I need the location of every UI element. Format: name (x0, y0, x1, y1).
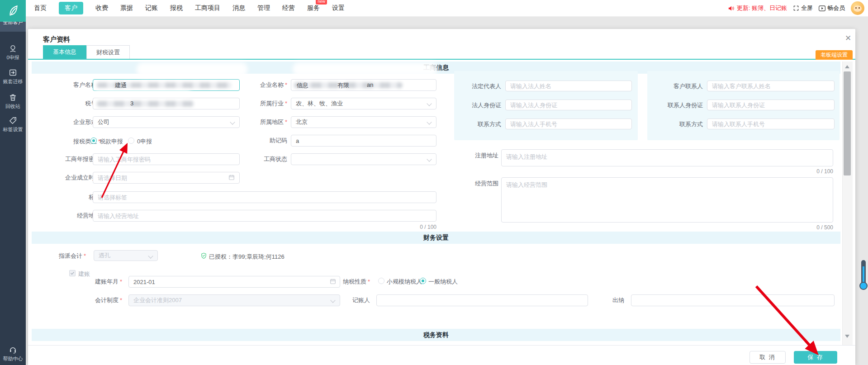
speaker-icon (728, 5, 735, 12)
bookkeeper-input[interactable] (376, 294, 588, 306)
industry-select[interactable]: 农、林、牧、渔业 (291, 98, 436, 109)
customer-name-input[interactable]: 建通 (93, 79, 240, 91)
nav-operation[interactable]: 经营 (282, 4, 295, 12)
field-label: 联系方式 (658, 121, 703, 128)
authorized-text: 已授权：李99;章辰琦;何1126 (209, 253, 285, 261)
setup-account-checkbox[interactable] (69, 270, 76, 276)
scrollbar-thumb[interactable] (844, 71, 851, 175)
sidebar-item-migrate[interactable]: 账套迁移 (0, 68, 26, 85)
field-label: 所属地区* (226, 119, 287, 126)
nav-bookkeeping[interactable]: 记账 (145, 4, 158, 12)
sidebar: 全部客户 0申报 账套迁移 回收站 标签设置 帮助中心 (0, 0, 26, 365)
fullscreen-button[interactable]: 全屏 (793, 4, 813, 12)
field-label: 助记码 (226, 137, 287, 144)
mnemonic-input[interactable] (291, 135, 436, 147)
thermometer-bulb (859, 282, 868, 290)
field-label: 联系方式 (461, 121, 501, 128)
update-notice[interactable]: 更新: 账簿、日记账 (728, 4, 787, 12)
company-name-input[interactable]: 信息 有限 an (291, 79, 436, 91)
fullscreen-label: 全屏 (801, 4, 813, 12)
contact-id-input[interactable] (707, 100, 835, 110)
play-video-icon (819, 5, 825, 11)
section-tax-info: 税务资料 (32, 329, 840, 341)
radio-label[interactable]: 0申报 (137, 137, 152, 146)
chevron-down-icon (148, 253, 153, 258)
radio-label[interactable]: 税款申报 (100, 137, 123, 146)
tab-basic-info[interactable]: 基本信息 (43, 45, 86, 59)
field-label: 建账年月* (76, 278, 122, 285)
nav-settings[interactable]: 设置 (332, 4, 345, 12)
chevron-down-icon (427, 101, 432, 106)
tax-no-input[interactable]: 3 (93, 98, 240, 109)
business-address-input[interactable] (93, 210, 436, 222)
redaction-smudge (94, 90, 191, 97)
radio-small-scale-taxpayer[interactable] (378, 278, 384, 284)
field-label: 客户联系人 (658, 83, 703, 90)
redacted-fragment: 信息 (297, 81, 308, 90)
nav-customer-active[interactable]: 客户 (59, 2, 83, 14)
established-date-input[interactable] (93, 172, 240, 184)
sidebar-item-help-center[interactable]: 帮助中心 (0, 346, 26, 362)
field-label: 工商状态 (226, 156, 287, 163)
nav-tax[interactable]: 报税 (170, 4, 183, 12)
radio-tax-declare[interactable] (90, 137, 97, 144)
field-label: 企业名称* (226, 81, 287, 89)
cashier-input[interactable] (631, 294, 835, 306)
legal-phone-input[interactable] (505, 119, 632, 129)
setup-month-date-input[interactable]: 2021-01 (128, 276, 340, 288)
nav-service[interactable]: 服务new (307, 4, 320, 12)
accountant-select[interactable]: 遇孔 (94, 250, 158, 261)
field-label: 标签 (41, 194, 100, 201)
avatar[interactable] (851, 1, 864, 15)
nav-charge[interactable]: 收费 (95, 4, 108, 12)
cancel-button[interactable]: 取 消 (749, 351, 786, 364)
nav-business-project[interactable]: 工商项目 (195, 4, 220, 12)
sidebar-item-tag-settings[interactable]: 标签设置 (0, 116, 26, 133)
shield-check-icon (200, 252, 207, 259)
redacted-fragment: 有限 (337, 81, 349, 90)
redacted-fragment: 建通 (115, 81, 127, 90)
accounting-standard-select[interactable]: 企业会计准则2007 (128, 294, 340, 306)
sidebar-item-recycle-bin[interactable]: 回收站 (0, 93, 26, 110)
annual-report-password-input[interactable] (93, 153, 240, 165)
scroll-down-icon[interactable] (845, 335, 849, 338)
thermometer-widget[interactable] (859, 260, 868, 294)
business-scope-textarea[interactable]: 请输入经营范围 (501, 177, 833, 223)
redaction-smudge (137, 62, 247, 77)
dialog-title: 客户资料 (43, 35, 70, 44)
new-badge: new (316, 0, 327, 5)
field-label: 注册地址 (466, 152, 498, 159)
required-mark: * (368, 278, 370, 285)
nav-home[interactable]: 首页 (34, 4, 47, 12)
nav-message[interactable]: 消息 (232, 4, 245, 12)
company-form-select[interactable]: 公司 (93, 116, 240, 128)
tags-input[interactable] (93, 191, 436, 203)
app-logo[interactable] (0, 0, 26, 22)
close-icon[interactable]: ✕ (845, 33, 851, 43)
scroll-up-icon[interactable] (845, 65, 849, 68)
contact-name-input[interactable] (707, 81, 835, 91)
save-button[interactable]: 保 存 (794, 351, 837, 364)
radio-zero-declare[interactable] (128, 137, 134, 144)
legal-id-input[interactable] (505, 100, 632, 110)
registered-address-textarea[interactable]: 请输入注册地址 (501, 149, 833, 166)
nav-invoice[interactable]: 票据 (120, 4, 133, 12)
sidebar-item-label: 帮助中心 (0, 356, 26, 362)
top-bar: 首页 客户 收费 票据 记账 报税 工商项目 消息 管理 经营 服务new 设置… (0, 0, 868, 17)
member-button[interactable]: 畅会员 (819, 4, 845, 12)
required-mark: * (120, 278, 122, 285)
legal-rep-input[interactable] (505, 81, 632, 91)
tab-fiscal-settings[interactable]: 财税设置 (86, 45, 130, 59)
business-status-select[interactable] (291, 153, 436, 165)
radio-general-taxpayer[interactable] (420, 278, 426, 284)
sidebar-item-zero-declare[interactable]: 0申报 (0, 44, 26, 61)
contact-phone-input[interactable] (707, 119, 835, 129)
nav-manage[interactable]: 管理 (257, 4, 270, 12)
required-mark: * (285, 100, 287, 107)
boss-settings-button[interactable]: 老板端设置 (816, 50, 853, 60)
region-select[interactable]: 北京 (291, 116, 436, 128)
field-label: 记账人 (345, 297, 370, 304)
redacted-fragment: 3 (130, 100, 133, 107)
radio-label[interactable]: 一般纳税人 (428, 278, 458, 286)
radio-label[interactable]: 小规模纳税人 (387, 278, 422, 286)
